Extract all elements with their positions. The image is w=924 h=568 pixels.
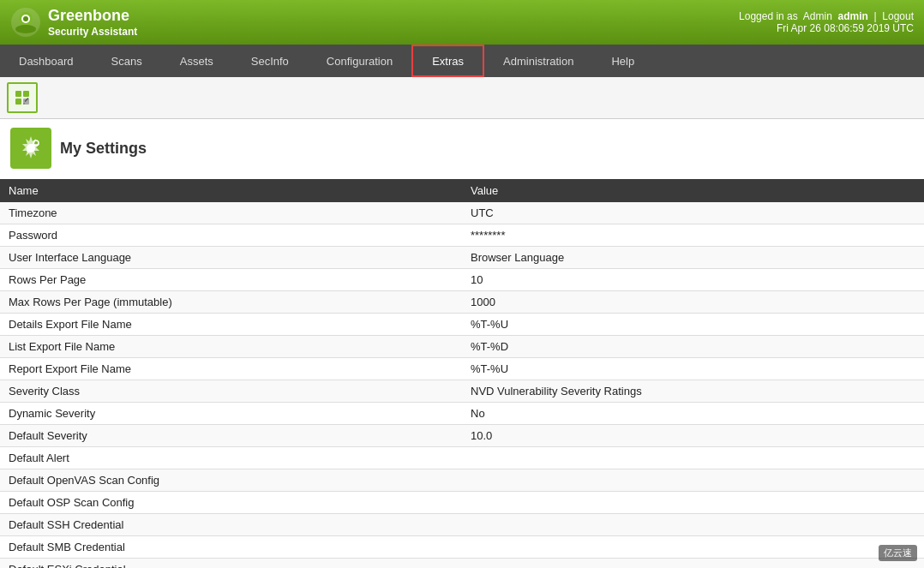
setting-name: Default OpenVAS Scan Config	[0, 469, 462, 492]
table-row: Default OSP Scan Config	[0, 492, 924, 514]
table-row: Default ESXi Credential	[0, 559, 924, 569]
setting-value: 10	[462, 269, 924, 291]
logo-text: Greenbone Security Assistant	[48, 7, 137, 38]
nav-item-assets[interactable]: Assets	[161, 45, 232, 77]
logo-icon	[10, 7, 41, 38]
setting-name: Details Export File Name	[0, 314, 462, 336]
setting-value: NVD Vulnerability Severity Ratings	[462, 380, 924, 403]
setting-value: %T-%D	[462, 336, 924, 358]
edit-settings-button[interactable]	[7, 82, 38, 113]
setting-value: 1000	[462, 291, 924, 314]
svg-rect-5	[15, 91, 21, 97]
user-role: Admin	[803, 10, 832, 22]
logo-area: Greenbone Security Assistant	[10, 7, 137, 38]
nav-item-configuration[interactable]: Configuration	[308, 45, 411, 77]
settings-icon	[17, 135, 45, 162]
setting-name: Password	[0, 224, 462, 247]
table-row: Max Rows Per Page (immutable)1000	[0, 291, 924, 314]
setting-value	[462, 536, 924, 559]
table-row: User Interface LanguageBrowser Language	[0, 247, 924, 269]
edit-icon	[14, 89, 31, 106]
col-name: Name	[0, 179, 462, 202]
nav-item-scans[interactable]: Scans	[93, 45, 161, 77]
table-row: Details Export File Name%T-%U	[0, 314, 924, 336]
setting-value	[462, 447, 924, 469]
header-right: Logged in as Admin admin | Logout Fri Ap…	[739, 10, 914, 34]
app-header: Greenbone Security Assistant Logged in a…	[0, 0, 924, 45]
logo-sub: Security Assistant	[48, 26, 137, 38]
page-icon	[10, 128, 51, 169]
table-body: TimezoneUTCPassword********User Interfac…	[0, 202, 924, 568]
setting-name: Dynamic Severity	[0, 403, 462, 425]
nav-item-extras[interactable]: Extras	[411, 45, 484, 77]
setting-name: Max Rows Per Page (immutable)	[0, 291, 462, 314]
nav-item-dashboard[interactable]: Dashboard	[0, 45, 93, 77]
logo-main: Greenbone	[48, 7, 137, 26]
setting-name: Default Alert	[0, 447, 462, 469]
table-row: Default Alert	[0, 447, 924, 469]
svg-rect-6	[23, 91, 29, 97]
setting-value: %T-%U	[462, 314, 924, 336]
logout-link[interactable]: Logout	[882, 10, 914, 22]
setting-name: Default SMB Credential	[0, 536, 462, 559]
setting-name: Default OSP Scan Config	[0, 492, 462, 514]
settings-table: Name Value TimezoneUTCPassword********Us…	[0, 179, 924, 568]
col-value: Value	[462, 179, 924, 202]
datetime: Fri Apr 26 08:06:59 2019 UTC	[739, 22, 914, 34]
setting-value: 10.0	[462, 425, 924, 447]
setting-value: %T-%U	[462, 358, 924, 380]
table-row: Default SMB Credential	[0, 536, 924, 559]
login-info: Logged in as Admin admin | Logout	[739, 10, 914, 22]
setting-value: No	[462, 403, 924, 425]
table-header: Name Value	[0, 179, 924, 202]
setting-name: Report Export File Name	[0, 358, 462, 380]
table-row: Dynamic SeverityNo	[0, 403, 924, 425]
svg-point-3	[23, 16, 28, 21]
setting-name: Rows Per Page	[0, 269, 462, 291]
logged-in-label: Logged in as	[739, 10, 798, 22]
setting-value	[462, 559, 924, 569]
username: admin	[837, 10, 867, 22]
setting-name: List Export File Name	[0, 336, 462, 358]
table-row: Default SSH Credential	[0, 514, 924, 536]
table-row: Default Severity10.0	[0, 425, 924, 447]
main-nav: DashboardScansAssetsSecInfoConfiguration…	[0, 45, 924, 77]
setting-name: Default ESXi Credential	[0, 559, 462, 569]
table-row: Report Export File Name%T-%U	[0, 358, 924, 380]
setting-value	[462, 469, 924, 492]
svg-rect-7	[15, 99, 21, 105]
setting-value: UTC	[462, 202, 924, 224]
setting-name: Severity Class	[0, 380, 462, 403]
table-row: Password********	[0, 224, 924, 247]
setting-value: Browser Language	[462, 247, 924, 269]
setting-name: User Interface Language	[0, 247, 462, 269]
nav-item-help[interactable]: Help	[592, 45, 653, 77]
page-title: My Settings	[60, 140, 147, 158]
setting-name: Default Severity	[0, 425, 462, 447]
table-row: Severity ClassNVD Vulnerability Severity…	[0, 380, 924, 403]
page-header: My Settings	[0, 119, 924, 177]
table-row: Default OpenVAS Scan Config	[0, 469, 924, 492]
pipe: |	[874, 10, 877, 22]
toolbar	[0, 77, 924, 119]
nav-item-secinfo[interactable]: SecInfo	[232, 45, 308, 77]
setting-value	[462, 492, 924, 514]
setting-value: ********	[462, 224, 924, 247]
setting-name: Timezone	[0, 202, 462, 224]
nav-item-administration[interactable]: Administration	[484, 45, 592, 77]
setting-value	[462, 514, 924, 536]
setting-name: Default SSH Credential	[0, 514, 462, 536]
table-row: TimezoneUTC	[0, 202, 924, 224]
svg-point-4	[15, 25, 36, 33]
table-row: Rows Per Page10	[0, 269, 924, 291]
table-row: List Export File Name%T-%D	[0, 336, 924, 358]
watermark: 亿云速	[879, 545, 917, 561]
